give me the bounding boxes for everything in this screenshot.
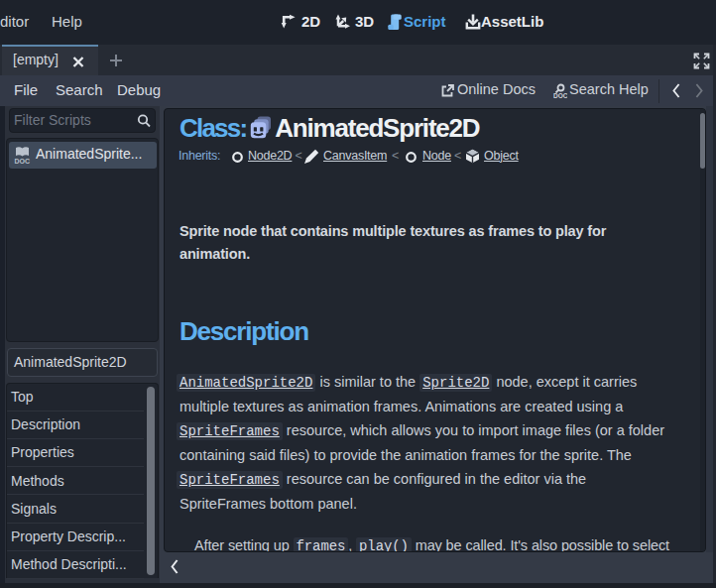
svg-text:DOC: DOC bbox=[15, 158, 31, 165]
svg-text:DOC: DOC bbox=[553, 92, 567, 99]
